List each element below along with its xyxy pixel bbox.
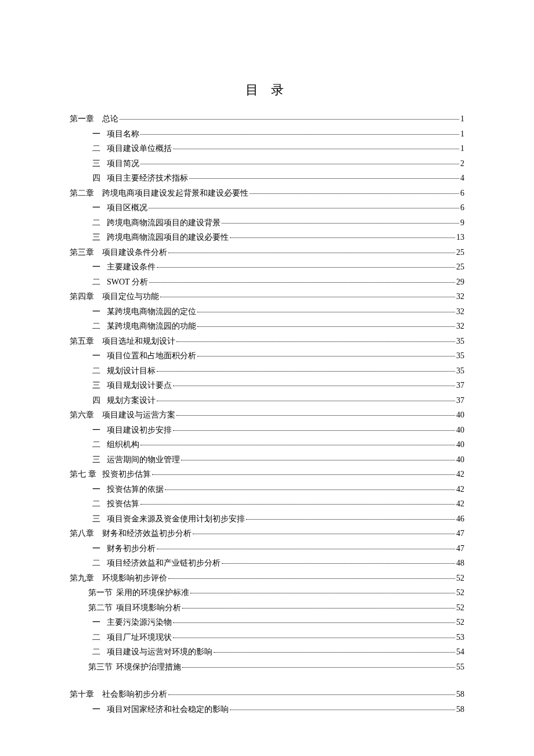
toc-entry-page: 52 — [456, 604, 464, 612]
toc-entry-label: 第四章 — [70, 293, 102, 301]
toc-entry-page: 54 — [456, 648, 464, 656]
toc-entry: 二跨境电商物流园项目的建设背景9 — [70, 219, 464, 234]
toc-entry: 三项目简况2 — [70, 160, 464, 175]
toc-entry-label: 一 — [88, 352, 104, 360]
toc-entry-text: 项目定位与功能 — [102, 293, 159, 301]
toc-entry: 四项目主要经济技术指标4 — [70, 174, 464, 189]
toc-entry-text: 某跨境电商物流园的定位 — [104, 308, 196, 316]
toc-entry-label: 第三节 — [88, 663, 114, 671]
toc-entry-text: 跨境电商物流园项目的建设必要性 — [104, 233, 229, 242]
toc-entry-label-suffix: 总论 — [102, 115, 118, 123]
toc-entry-text: 项目厂址环境现状 — [104, 633, 172, 642]
toc-entry-label: 一 — [88, 204, 104, 212]
toc-entry: 二规划设计目标35 — [70, 367, 464, 382]
toc-entry: 一项目位置和占地面积分析35 — [70, 352, 464, 367]
toc-entry-page: 9 — [460, 219, 464, 227]
toc-entry-text: 跨境电商物流园项目的建设背景 — [104, 219, 221, 227]
toc-entry: 二SWOT 分析29 — [70, 278, 464, 293]
toc-entry-label: 第十章 — [70, 690, 102, 699]
toc-title: 目 录 — [70, 81, 464, 99]
toc-entry: 第二章跨境电商项目建设发起背景和建设必要性6 — [70, 189, 464, 204]
toc-entry-text: 项目建设条件分析 — [102, 249, 167, 257]
toc-entry-label: 二 — [88, 367, 104, 375]
toc-leader-dots — [152, 474, 455, 475]
toc-entry-text: 投资估算 — [104, 500, 139, 508]
toc-entry-text: 跨境电商项目建设发起背景和建设必要性 — [102, 189, 248, 197]
toc-entry-label: 第一节 — [88, 589, 114, 597]
toc-entry-page: 32 — [456, 293, 464, 301]
toc-entry-text: 项目环境影响分析 — [114, 604, 181, 612]
toc-entry-page: 13 — [456, 233, 464, 242]
toc-entry-page: 40 — [456, 456, 464, 464]
toc-entry-text: 投资初步估算 — [102, 470, 151, 478]
toc-entry-page: 52 — [456, 589, 464, 597]
toc-entry-label: 三 — [88, 515, 104, 523]
toc-leader-dots — [182, 667, 455, 668]
toc-entry-label: 二 — [88, 648, 104, 656]
toc-leader-dots — [157, 549, 455, 549]
toc-entry-text: 采用的环境保护标准 — [114, 589, 189, 597]
toc-entry-page: 37 — [456, 381, 464, 390]
toc-entry-page: 35 — [456, 337, 464, 345]
toc-entry-text: 项目建设单位概括 — [104, 145, 172, 153]
toc-entry-text: 财务和经济效益初步分析 — [102, 530, 192, 538]
toc-entry-text: 组织机构 — [104, 441, 139, 449]
toc-entry: 三跨境电商物流园项目的建设必要性13 — [70, 233, 464, 249]
toc-entry-page: 47 — [456, 530, 464, 538]
toc-entry-label: 第六章 — [70, 411, 102, 419]
toc-entry-text: 项目区概况 — [104, 204, 147, 212]
toc-entry-label: 二 — [88, 559, 104, 567]
toc-leader-dots — [173, 638, 455, 638]
toc-leader-dots — [140, 445, 455, 445]
toc-entry-text: 项目位置和占地面积分析 — [104, 352, 196, 360]
toc-entry: 第四章项目定位与功能32 — [70, 293, 464, 308]
toc-entry-label: 一 — [88, 545, 104, 553]
toc-leader-dots — [214, 652, 455, 653]
toc-entry-text: 主要建设条件 — [104, 263, 156, 271]
toc-entry: 一项目建设初步安排40 — [70, 426, 464, 441]
toc-leader-dots — [250, 193, 459, 194]
toc-entry-label: 一 — [88, 308, 104, 316]
toc-entry-page: 46 — [456, 515, 464, 523]
toc-entry-page: 42 — [456, 470, 464, 478]
toc-leader-dots — [197, 326, 455, 327]
toc-entry-text: 社会影响初步分析 — [102, 690, 167, 699]
toc-entry-label: 第五章 — [70, 337, 102, 345]
toc-entry-label: 第一章 — [70, 115, 102, 123]
toc-leader-dots — [230, 237, 455, 238]
toc-entry: 二项目经济效益和产业链初步分析48 — [70, 559, 464, 574]
toc-entry-page: 47 — [456, 545, 464, 553]
toc-entry-page: 40 — [456, 426, 464, 434]
toc-entry-label: 二 — [88, 219, 104, 227]
toc-entry-text: 项目名称 — [104, 130, 139, 138]
toc-entry: 二某跨境电商物流园的功能32 — [70, 322, 464, 337]
toc-leader-dots — [190, 593, 455, 593]
toc-entry-text: 某跨境电商物流园的功能 — [104, 322, 196, 330]
toc-entry-label: 第二节 — [88, 604, 114, 612]
toc-entry-page: 37 — [456, 397, 464, 405]
toc-entry: 第九章环境影响初步评价52 — [70, 574, 464, 589]
toc-gap — [70, 678, 464, 690]
toc-entry-page: 4 — [460, 174, 464, 182]
toc-entry: 第六章项目建设与运营方案40 — [70, 411, 464, 426]
toc-entry-page: 6 — [460, 189, 464, 197]
toc-entry-text: 环境保护治理措施 — [114, 663, 181, 671]
toc-leader-dots — [160, 297, 455, 297]
toc-entry-text: 项目建设与运营方案 — [102, 411, 175, 419]
toc-leader-dots — [246, 519, 455, 520]
toc-leader-dots — [165, 489, 455, 490]
toc-entry: 三项目规划设计要点37 — [70, 381, 464, 397]
toc-leader-dots — [193, 534, 455, 534]
toc-entry-text: 项目简况 — [104, 160, 139, 168]
toc-entry-page: 40 — [456, 411, 464, 419]
toc-entry-label: 一 — [88, 263, 104, 271]
toc-entry: 四规划方案设计37 — [70, 397, 464, 412]
toc-entry-text: 项目主要经济技术指标 — [104, 174, 188, 182]
toc-entry-label: 三 — [88, 160, 104, 168]
toc-entry-text: SWOT 分析 — [104, 278, 148, 286]
toc-leader-dots — [168, 253, 455, 253]
toc-leader-dots — [189, 178, 459, 179]
toc-entry-label: 四 — [88, 174, 104, 182]
toc-entry: 第七 章投资初步估算42 — [70, 470, 464, 485]
toc-leader-dots — [120, 119, 459, 120]
